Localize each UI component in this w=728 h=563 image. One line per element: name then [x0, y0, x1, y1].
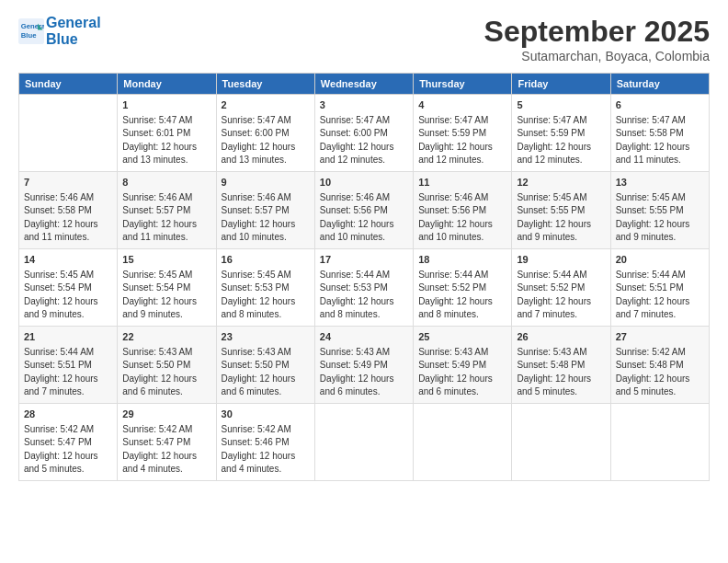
day-info: Sunset: 5:59 PM [418, 127, 506, 141]
day-info: Sunrise: 5:47 AM [122, 114, 210, 128]
calendar-cell: 18Sunrise: 5:44 AMSunset: 5:52 PMDayligh… [414, 248, 512, 326]
day-info: and 9 minutes. [616, 231, 704, 245]
day-info: Daylight: 12 hours [517, 295, 605, 309]
day-number: 10 [320, 176, 408, 190]
day-info: Daylight: 12 hours [222, 141, 310, 155]
day-info: Sunset: 5:58 PM [24, 204, 112, 218]
calendar-cell: 9Sunrise: 5:46 AMSunset: 5:57 PMDaylight… [216, 171, 314, 248]
day-info: Sunset: 5:57 PM [122, 204, 210, 218]
day-info: and 10 minutes. [418, 231, 506, 245]
day-info: Sunrise: 5:44 AM [517, 269, 605, 282]
day-info: Sunrise: 5:44 AM [320, 269, 408, 282]
day-number: 25 [418, 330, 506, 345]
day-info: Daylight: 12 hours [320, 141, 408, 155]
day-number: 22 [122, 330, 210, 345]
day-info: Sunrise: 5:43 AM [222, 346, 310, 360]
day-info: Sunrise: 5:47 AM [418, 114, 506, 128]
day-info: and 9 minutes. [517, 231, 605, 245]
day-info: Sunset: 5:48 PM [616, 359, 704, 373]
day-number: 9 [222, 176, 310, 190]
day-info: Sunset: 6:00 PM [320, 127, 408, 141]
calendar-cell: 14Sunrise: 5:45 AMSunset: 5:54 PMDayligh… [19, 248, 118, 326]
calendar-cell: 3Sunrise: 5:47 AMSunset: 6:00 PMDaylight… [314, 95, 413, 172]
day-info: Sunset: 5:53 PM [320, 282, 408, 295]
day-info: Sunrise: 5:45 AM [24, 269, 112, 282]
weekday-header-thursday: Thursday [414, 74, 512, 95]
day-number: 16 [222, 253, 310, 268]
week-row-5: 28Sunrise: 5:42 AMSunset: 5:47 PMDayligh… [19, 403, 710, 480]
day-info: and 8 minutes. [222, 308, 310, 322]
day-info: Sunset: 5:51 PM [616, 282, 704, 295]
calendar-cell: 17Sunrise: 5:44 AMSunset: 5:53 PMDayligh… [314, 248, 413, 326]
day-info: Daylight: 12 hours [222, 373, 310, 386]
calendar-cell [610, 403, 709, 480]
calendar-cell: 25Sunrise: 5:43 AMSunset: 5:49 PMDayligh… [414, 326, 512, 403]
day-info: Sunset: 5:56 PM [320, 204, 408, 218]
day-info: and 6 minutes. [222, 385, 310, 399]
day-info: Daylight: 12 hours [24, 373, 112, 386]
day-number: 12 [517, 176, 605, 190]
calendar-cell: 15Sunrise: 5:45 AMSunset: 5:54 PMDayligh… [118, 248, 216, 326]
weekday-header-row: SundayMondayTuesdayWednesdayThursdayFrid… [19, 74, 710, 95]
day-info: Sunset: 5:55 PM [616, 204, 704, 218]
weekday-header-monday: Monday [118, 74, 216, 95]
day-info: and 6 minutes. [320, 385, 408, 399]
calendar-cell: 30Sunrise: 5:42 AMSunset: 5:46 PMDayligh… [216, 403, 314, 480]
day-info: Sunrise: 5:46 AM [222, 191, 310, 205]
day-info: Daylight: 12 hours [24, 295, 112, 309]
day-info: Sunset: 6:00 PM [222, 127, 310, 141]
day-info: Sunset: 5:50 PM [222, 359, 310, 373]
day-number: 7 [24, 176, 112, 190]
day-info: and 4 minutes. [222, 463, 310, 477]
day-info: Sunset: 5:47 PM [122, 436, 210, 450]
day-info: Daylight: 12 hours [517, 218, 605, 232]
day-info: Daylight: 12 hours [616, 373, 704, 386]
day-info: Daylight: 12 hours [418, 295, 506, 309]
day-info: Sunset: 5:48 PM [517, 359, 605, 373]
day-info: Sunrise: 5:46 AM [122, 191, 210, 205]
day-info: Daylight: 12 hours [222, 218, 310, 232]
day-info: Sunrise: 5:43 AM [122, 346, 210, 360]
day-info: Daylight: 12 hours [122, 295, 210, 309]
day-info: and 5 minutes. [517, 385, 605, 399]
day-info: Sunrise: 5:45 AM [517, 191, 605, 205]
calendar-cell [414, 403, 512, 480]
logo: General Blue General Blue [18, 15, 101, 47]
day-info: Daylight: 12 hours [24, 450, 112, 464]
day-number: 19 [517, 253, 605, 268]
month-title: September 2025 [484, 15, 710, 49]
week-row-2: 7Sunrise: 5:46 AMSunset: 5:58 PMDaylight… [19, 171, 710, 248]
title-block: September 2025 Sutamarchan, Boyaca, Colo… [484, 15, 710, 63]
calendar-cell: 11Sunrise: 5:46 AMSunset: 5:56 PMDayligh… [414, 171, 512, 248]
day-info: Daylight: 12 hours [122, 450, 210, 464]
day-info: and 12 minutes. [517, 154, 605, 167]
day-info: Sunrise: 5:47 AM [320, 114, 408, 128]
location-subtitle: Sutamarchan, Boyaca, Colombia [484, 49, 710, 63]
calendar-cell: 16Sunrise: 5:45 AMSunset: 5:53 PMDayligh… [216, 248, 314, 326]
day-info: Sunset: 5:52 PM [418, 282, 506, 295]
weekday-header-friday: Friday [512, 74, 610, 95]
day-info: Sunset: 5:52 PM [517, 282, 605, 295]
day-info: Daylight: 12 hours [24, 218, 112, 232]
day-number: 4 [418, 98, 506, 113]
header: General Blue General Blue September 2025… [18, 15, 710, 63]
day-info: and 5 minutes. [616, 385, 704, 399]
calendar-cell: 27Sunrise: 5:42 AMSunset: 5:48 PMDayligh… [610, 326, 709, 403]
day-info: Sunrise: 5:45 AM [616, 191, 704, 205]
day-info: and 10 minutes. [320, 231, 408, 245]
calendar-cell: 20Sunrise: 5:44 AMSunset: 5:51 PMDayligh… [610, 248, 709, 326]
day-number: 20 [616, 253, 704, 268]
day-info: and 9 minutes. [24, 308, 112, 322]
day-info: Daylight: 12 hours [418, 141, 506, 155]
day-number: 13 [616, 176, 704, 190]
day-info: Sunrise: 5:44 AM [418, 269, 506, 282]
day-info: Daylight: 12 hours [418, 218, 506, 232]
day-info: and 13 minutes. [122, 154, 210, 167]
weekday-header-sunday: Sunday [19, 74, 118, 95]
day-info: and 11 minutes. [616, 154, 704, 167]
calendar-cell: 1Sunrise: 5:47 AMSunset: 6:01 PMDaylight… [118, 95, 216, 172]
day-number: 28 [24, 408, 112, 422]
day-info: and 9 minutes. [122, 308, 210, 322]
weekday-header-saturday: Saturday [610, 74, 709, 95]
weekday-header-tuesday: Tuesday [216, 74, 314, 95]
